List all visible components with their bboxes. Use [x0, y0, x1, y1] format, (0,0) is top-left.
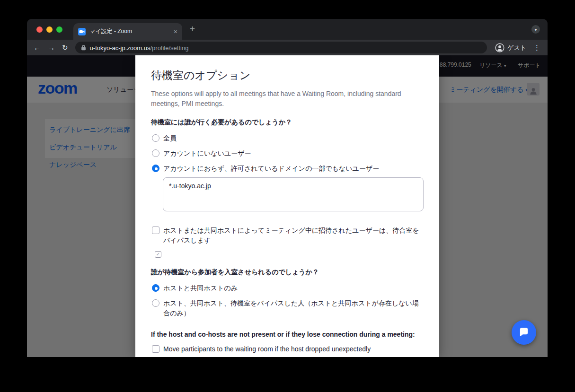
lock-icon	[81, 44, 86, 51]
radio-option-users-not-in-allowed-domains[interactable]: アカウントにおらず、許可されているドメインの一部でもないユーザー	[152, 164, 424, 174]
radio-selected-icon[interactable]	[152, 165, 159, 172]
zoom-window-button[interactable]	[56, 26, 62, 33]
checkbox-move-participants[interactable]: Move participants to the waiting room if…	[152, 344, 424, 354]
guest-avatar-icon	[495, 43, 504, 52]
browser-profile-chip[interactable]: ゲスト	[495, 43, 526, 52]
zoom-favicon-icon	[78, 28, 86, 35]
question-host-not-present: If the host and co-hosts are not present…	[151, 331, 424, 338]
mini-check-icon: ✓	[155, 251, 161, 258]
page-viewport: 88.799.0125 リソース▾ サポート zoom ソリューション ミーティ…	[27, 55, 548, 357]
radio-option-everyone[interactable]: 全員	[152, 133, 424, 143]
new-tab-button[interactable]: +	[190, 24, 195, 34]
checkbox-bypass-invited-users[interactable]: ホストまたは共同ホストによってミーティング中に招待されたユーザーは、待合室をバイ…	[152, 226, 424, 245]
dialog-title: 待機室のオプション	[151, 68, 424, 83]
radio-icon[interactable]	[152, 134, 159, 142]
browser-tab[interactable]: マイ設定 - Zoom ×	[73, 23, 182, 40]
guest-label: ゲスト	[507, 44, 526, 52]
chat-bubble-icon	[518, 326, 530, 339]
tab-title: マイ設定 - Zoom	[89, 27, 170, 35]
url-path: /profile/setting	[150, 44, 188, 52]
minimize-window-button[interactable]	[46, 26, 53, 33]
address-bar[interactable]: u-tokyo-ac-jp.zoom.us/profile/setting	[75, 42, 487, 53]
radio-option-users-not-in-account[interactable]: アカウントにいないユーザー	[152, 148, 424, 158]
browser-toolbar: ← → ↻ u-tokyo-ac-jp.zoom.us/profile/sett…	[27, 40, 548, 55]
reload-icon[interactable]: ↻	[62, 44, 68, 51]
tab-strip: マイ設定 - Zoom × + ▾	[27, 19, 548, 40]
back-icon[interactable]: ←	[34, 44, 41, 51]
question-who-goes-to-waiting-room: 待機室には誰が行く必要があるのでしょうか？	[151, 118, 424, 127]
waiting-room-options-dialog: 待機室のオプション These options will apply to al…	[135, 55, 439, 357]
url-domain: u-tokyo-ac-jp.zoom.us	[90, 44, 150, 52]
radio-option-host-cohosts-only[interactable]: ホストと共同ホストのみ	[152, 283, 424, 293]
allowed-domains-textarea[interactable]: *.u-tokyo.ac.jp	[163, 177, 424, 211]
tab-search-chevron-icon[interactable]: ▾	[531, 25, 540, 34]
browser-window: マイ設定 - Zoom × + ▾ ← → ↻ u-tokyo-ac-jp.zo…	[27, 19, 548, 357]
chat-widget-button[interactable]	[512, 320, 536, 345]
radio-option-host-cohosts-bypassers[interactable]: ホスト、共同ホスト、待機室をバイパスした人（ホストと共同ホストが存在しない場合の…	[152, 298, 424, 318]
checkbox-icon[interactable]	[152, 345, 159, 353]
close-tab-icon[interactable]: ×	[174, 28, 177, 35]
close-window-button[interactable]	[36, 26, 43, 33]
browser-menu-icon[interactable]: ⋮	[533, 44, 541, 52]
dialog-description: These options will apply to all meetings…	[151, 89, 407, 109]
radio-icon[interactable]	[152, 299, 159, 307]
checkbox-icon[interactable]	[152, 226, 159, 234]
forward-icon[interactable]: →	[48, 44, 55, 51]
question-who-can-admit: 誰が待機室から参加者を入室させられるのでしょうか？	[151, 268, 424, 277]
radio-selected-icon[interactable]	[152, 284, 159, 292]
radio-icon[interactable]	[152, 149, 159, 157]
window-controls	[36, 26, 62, 33]
